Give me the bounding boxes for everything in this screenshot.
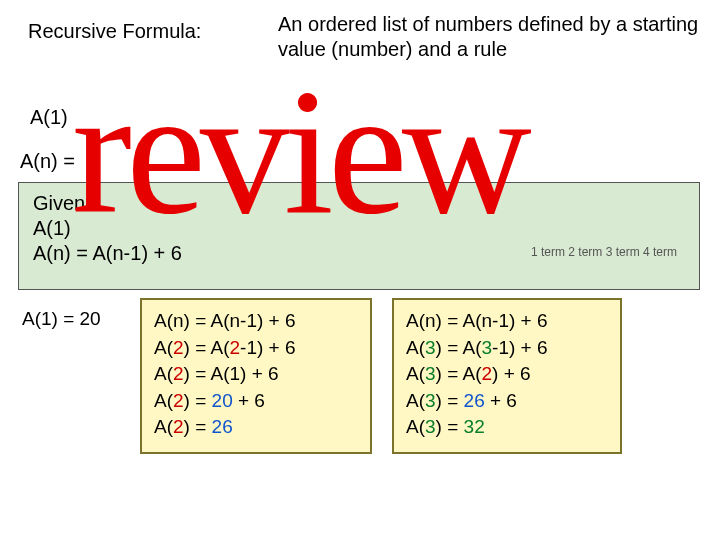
- given-line1: Given:: [33, 191, 685, 216]
- title: Recursive Formula:: [28, 20, 201, 43]
- an-rule: A(n) =: [20, 150, 75, 173]
- b2-l5: A(2) = 26: [154, 414, 358, 441]
- b2-l1: A(n) = A(n-1) + 6: [154, 308, 358, 335]
- b3-l2: A(3) = A(3-1) + 6: [406, 335, 608, 362]
- b3-l3: A(3) = A(2) + 6: [406, 361, 608, 388]
- b2-l3: A(2) = A(1) + 6: [154, 361, 358, 388]
- work-box-a2: A(n) = A(n-1) + 6 A(2) = A(2-1) + 6 A(2)…: [140, 298, 372, 454]
- b2-l4: A(2) = 20 + 6: [154, 388, 358, 415]
- definition-text: An ordered list of numbers defined by a …: [278, 12, 708, 62]
- given-line2: A(1): [33, 216, 685, 241]
- b2-l2: A(2) = A(2-1) + 6: [154, 335, 358, 362]
- given-box: Given: A(1) A(n) = A(n-1) + 6 1 term 2 t…: [18, 182, 700, 290]
- term-hint: 1 term 2 term 3 term 4 term: [531, 245, 677, 260]
- a1-label: A(1): [30, 106, 68, 129]
- b3-l4: A(3) = 26 + 6: [406, 388, 608, 415]
- a1-value: A(1) = 20: [22, 308, 101, 330]
- b3-l5: A(3) = 32: [406, 414, 608, 441]
- work-box-a3: A(n) = A(n-1) + 6 A(3) = A(3-1) + 6 A(3)…: [392, 298, 622, 454]
- b3-l1: A(n) = A(n-1) + 6: [406, 308, 608, 335]
